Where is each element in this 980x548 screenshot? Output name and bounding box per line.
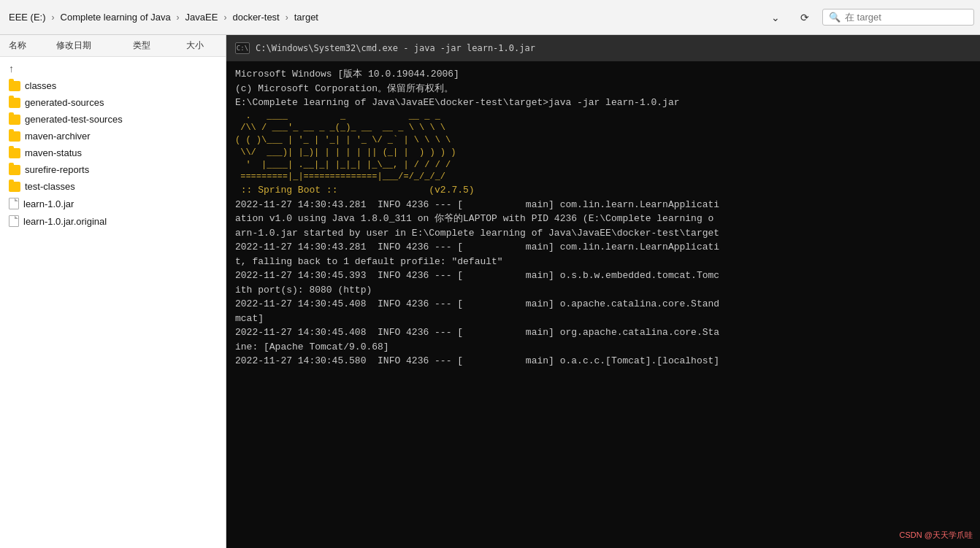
list-item[interactable]: generated-sources	[0, 94, 226, 111]
folder-icon	[9, 115, 20, 125]
file-icon	[9, 198, 19, 209]
terminal-line: :: Spring Boot :: (v2.7.5)	[235, 183, 971, 198]
terminal-line: 2022-11-27 14:30:45.580 INFO 4236 --- [ …	[235, 354, 971, 368]
file-name-label: maven-archiver	[25, 131, 217, 142]
terminal-line: 2022-11-27 14:30:45.393 INFO 4236 --- [ …	[235, 269, 971, 283]
terminal-line: ine: [Apache Tomcat/9.0.68]	[235, 340, 971, 355]
file-name-label: classes	[25, 80, 217, 91]
list-item[interactable]: classes	[0, 77, 226, 94]
terminal-line: =========|_|==============|___/=/_/_/_/	[235, 171, 971, 183]
folder-icon	[9, 148, 20, 158]
terminal-title-bar: C:\ C:\Windows\System32\cmd.exe - java -…	[226, 35, 980, 61]
folder-icon	[9, 165, 20, 175]
terminal-line: Microsoft Windows [版本 10.0.19044.2006]	[235, 67, 971, 82]
terminal-line: mcat]	[235, 312, 971, 326]
breadcrumb-sep-3: ›	[286, 12, 288, 23]
title-bar-right: ⌄ ⟳ 🔍	[764, 6, 974, 29]
terminal-line: . ____ _ __ _ _	[235, 110, 971, 123]
file-panel: 名称 修改日期 类型 大小 ↑ classesgenerated-sources…	[0, 35, 226, 548]
folder-icon	[9, 182, 20, 192]
expand-button[interactable]: ⌄	[764, 6, 787, 29]
list-item[interactable]: generated-test-sources	[0, 111, 226, 128]
list-item[interactable]: surefire-reports	[0, 161, 226, 178]
terminal-line: /\\ / ___'_ __ _ _(_)_ __ __ _ \ \ \ \	[235, 122, 971, 134]
list-item[interactable]: maven-archiver	[0, 128, 226, 144]
breadcrumb-root[interactable]: Complete learning of Java	[58, 10, 174, 24]
file-list: ↑ classesgenerated-sourcesgenerated-test…	[0, 57, 226, 548]
file-name-label: learn-1.0.jar.original	[23, 216, 217, 227]
terminal-title-text: C:\Windows\System32\cmd.exe - java -jar …	[256, 43, 535, 53]
breadcrumb-javaee[interactable]: JavaEE	[183, 10, 221, 24]
terminal-body[interactable]: Microsoft Windows [版本 10.0.19044.2006](c…	[226, 61, 980, 548]
breadcrumb-drive[interactable]: EEE (E:)	[6, 10, 49, 24]
breadcrumb-sep-1: ›	[177, 12, 180, 23]
main-area: 名称 修改日期 类型 大小 ↑ classesgenerated-sources…	[0, 35, 980, 548]
terminal-line: ( ( )\___ | '_ | '_| | '_ \/ _` | \ \ \ …	[235, 134, 971, 147]
col-name-header: 名称	[9, 39, 31, 52]
breadcrumb-sep-2: ›	[223, 12, 226, 23]
terminal-line: t, falling back to 1 default profile: "d…	[235, 255, 971, 269]
refresh-button[interactable]: ⟳	[793, 6, 816, 29]
breadcrumb-sep-0: ›	[52, 12, 55, 23]
folder-icon	[9, 131, 20, 142]
folder-icon	[9, 81, 20, 91]
file-icon	[9, 215, 19, 227]
file-name-label: generated-test-sources	[25, 114, 217, 125]
list-item[interactable]: test-classes	[0, 178, 226, 195]
file-panel-header: 名称 修改日期 类型 大小	[0, 35, 226, 57]
file-name-label: generated-sources	[25, 97, 217, 108]
terminal-line: 2022-11-27 14:30:43.281 INFO 4236 --- [ …	[235, 240, 971, 255]
terminal-line: E:\Complete learning of Java\JavaEE\dock…	[235, 96, 971, 110]
title-bar: EEE (E:) › Complete learning of Java › J…	[0, 0, 980, 35]
terminal-line: 2022-11-27 14:30:45.408 INFO 4236 --- [ …	[235, 325, 971, 340]
file-name-label: surefire-reports	[25, 164, 217, 175]
up-arrow-icon: ↑	[9, 63, 14, 74]
up-arrow-row[interactable]: ↑	[0, 60, 226, 77]
search-icon: 🔍	[829, 12, 841, 23]
list-item[interactable]: maven-status	[0, 144, 226, 161]
col-type-header: 类型	[116, 39, 167, 52]
terminal-line: ith port(s): 8080 (http)	[235, 283, 971, 298]
terminal-line: 2022-11-27 14:30:43.281 INFO 4236 --- [ …	[235, 198, 971, 212]
terminal-line: 2022-11-27 14:30:45.408 INFO 4236 --- [ …	[235, 297, 971, 312]
search-input[interactable]	[845, 12, 968, 23]
terminal-line: arn-1.0.jar started by user in E:\Comple…	[235, 226, 971, 241]
folder-icon	[9, 98, 20, 108]
terminal-line: ' |____| .__|_| |_|_| |_\__, | / / / /	[235, 159, 971, 171]
terminal-line: \\/ ___)| |_)| | | | | || (_| | ) ) ) )	[235, 147, 971, 159]
file-name-label: maven-status	[25, 147, 217, 158]
file-name-label: learn-1.0.jar	[23, 198, 217, 209]
search-box[interactable]: 🔍	[822, 9, 974, 26]
breadcrumb-target[interactable]: target	[291, 10, 321, 24]
terminal-panel: C:\ C:\Windows\System32\cmd.exe - java -…	[226, 35, 980, 548]
file-name-label: test-classes	[25, 181, 217, 192]
terminal-line: ation v1.0 using Java 1.8.0_311 on 你爷的LA…	[235, 212, 971, 226]
col-size-header: 大小	[173, 39, 217, 52]
breadcrumb-docker-test[interactable]: docker-test	[229, 10, 282, 24]
terminal-icon: C:\	[235, 42, 250, 54]
terminal-line: (c) Microsoft Corporation。保留所有权利。	[235, 82, 971, 96]
list-item[interactable]: learn-1.0.jar.original	[0, 212, 226, 230]
list-item[interactable]: learn-1.0.jar	[0, 195, 226, 212]
col-date-header: 修改日期	[37, 39, 110, 52]
